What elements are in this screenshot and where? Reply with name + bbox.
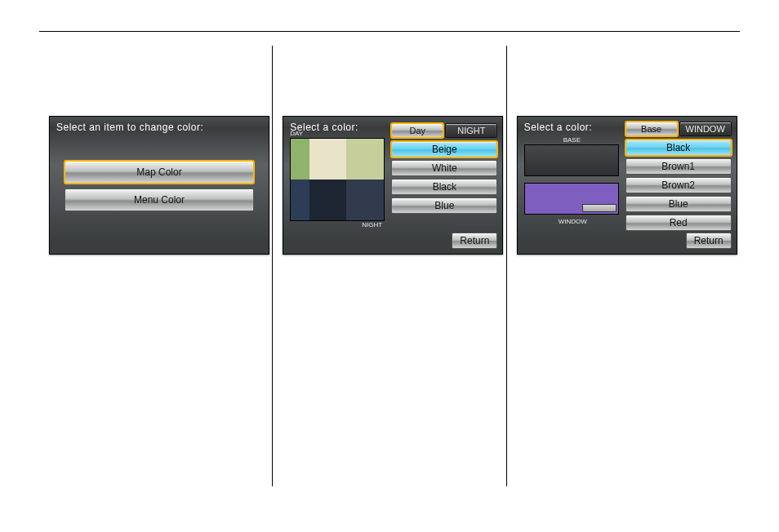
tab-window-label: WINDOW [686,124,725,134]
menu-color-label: Menu Color [134,194,185,206]
option-brown2-label: Brown2 [661,180,695,191]
base-window-tabs: Base WINDOW [625,122,732,136]
option-black[interactable]: Black [625,140,732,156]
option-blue[interactable]: Blue [391,197,497,214]
option-blue-label: Blue [669,198,688,210]
option-beige-label: Beige [432,144,457,155]
return-button[interactable]: Return [686,233,732,249]
option-black-label: Black [433,181,456,193]
option-white[interactable]: White [391,160,497,176]
option-black[interactable]: Black [391,179,497,195]
device-screen-item-select: Select an item to change color: Map Colo… [49,116,269,255]
tab-day[interactable]: Day [391,123,443,138]
tab-base-label: Base [641,124,661,134]
option-black-label: Black [666,142,690,153]
color-options: Black Brown1 Brown2 Blue Red [625,140,732,231]
menu-preview [524,144,619,215]
tab-night-label: NIGHT [457,126,485,135]
return-label: Return [694,235,723,246]
option-beige[interactable]: Beige [391,141,497,157]
option-white-label: White [432,162,457,174]
tab-base[interactable]: Base [625,122,678,136]
return-button[interactable]: Return [452,233,497,249]
column-2: Select a color: DAY NIGHT Day NIGHT [273,46,505,486]
option-blue[interactable]: Blue [625,196,732,212]
device-screen-menu-color: Select a color: BASE WINDOW Base WINDOW [517,116,737,255]
option-red[interactable]: Red [625,215,732,231]
screen-title: Select a color: [524,122,593,133]
return-label: Return [460,235,489,246]
column-3: Select a color: BASE WINDOW Base WINDOW [507,46,740,486]
map-preview-day [291,139,384,180]
option-brown2[interactable]: Brown2 [625,177,732,193]
screen-title: Select an item to change color: [56,122,203,133]
map-color-button[interactable]: Map Color [65,161,254,184]
map-preview-night [291,180,384,220]
preview-window-label: WINDOW [559,218,587,225]
option-brown1[interactable]: Brown1 [625,158,732,175]
menu-preview-window [524,183,619,215]
option-red-label: Red [670,217,688,228]
tab-day-label: Day [410,126,426,135]
color-options: Beige White Black Blue [391,141,497,214]
device-screen-map-color: Select a color: DAY NIGHT Day NIGHT [283,116,503,255]
preview-day-label: DAY [290,130,303,137]
map-color-label: Map Color [136,166,181,178]
menu-preview-base [524,144,619,176]
tab-window[interactable]: WINDOW [679,122,732,136]
option-blue-label: Blue [434,200,454,211]
menu-color-button[interactable]: Menu Color [65,188,254,211]
preview-night-label: NIGHT [362,221,382,228]
option-brown1-label: Brown1 [661,161,695,172]
column-1: Select an item to change color: Map Colo… [39,46,272,486]
horizontal-rule [39,31,740,32]
map-preview [290,138,385,221]
tab-night[interactable]: NIGHT [445,123,497,138]
preview-base-label: BASE [563,136,581,144]
day-night-tabs: Day NIGHT [391,123,497,138]
